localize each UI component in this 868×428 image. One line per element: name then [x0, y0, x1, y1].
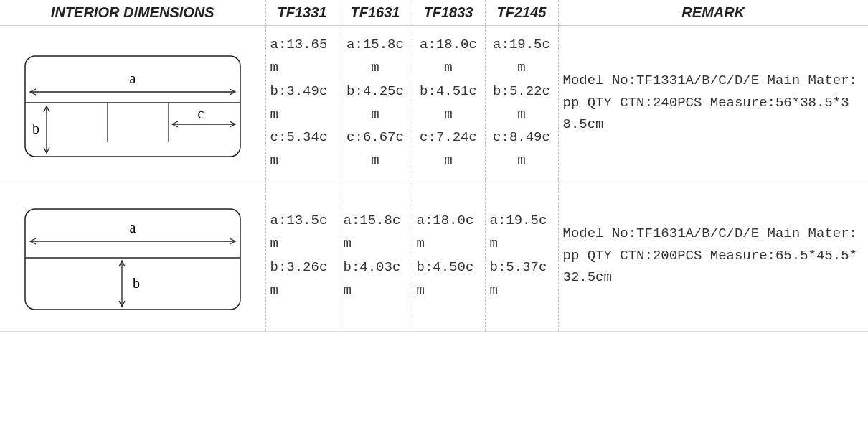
diagram-label-b: b — [133, 275, 140, 291]
cell-tf1833: a:18.0cm b:4.50cm — [412, 180, 485, 331]
diagram-cell-ab: a b — [0, 180, 265, 331]
diagram-label-a: a — [129, 220, 136, 236]
diagram-label-c: c — [197, 106, 204, 121]
header-tf1331: TF1331 — [265, 0, 339, 26]
header-interior-dimensions: INTERIOR DIMENSIONS — [0, 0, 265, 26]
header-tf2145: TF2145 — [485, 0, 558, 26]
cell-tf2145: a:19.5cm b:5.22cm c:8.49cm — [485, 26, 558, 180]
cell-remark: Model No:TF1631A/B/C/D/E Main Mater:pp Q… — [558, 180, 868, 331]
header-remark: REMARK — [558, 0, 868, 26]
cell-tf1631: a:15.8cm b:4.25cm c:6.67cm — [339, 26, 412, 180]
dimensions-table: INTERIOR DIMENSIONS TF1331 TF1631 TF1833… — [0, 0, 868, 332]
cell-remark: Model No:TF1331A/B/C/D/E Main Mater:pp Q… — [558, 26, 868, 180]
diagram-cell-abc: a b c — [0, 26, 265, 180]
table-row: a b c a:13.65m — [0, 26, 868, 180]
diagram-label-a: a — [129, 70, 136, 86]
header-tf1631: TF1631 — [339, 0, 412, 26]
cell-tf1331: a:13.65m b:3.49cm c:5.34cm — [265, 26, 339, 180]
cell-tf1631: a:15.8cm b:4.03cm — [339, 180, 412, 331]
cell-tf1331: a:13.5cm b:3.26cm — [265, 180, 339, 331]
interior-diagram-abc-icon: a b c — [14, 42, 251, 164]
diagram-label-b: b — [32, 121, 39, 136]
cell-tf1833: a:18.0cm b:4.51cm c:7.24cm — [412, 26, 485, 180]
header-tf1833: TF1833 — [412, 0, 485, 26]
cell-tf2145: a:19.5cm b:5.37cm — [485, 180, 558, 331]
table-row: a b a:13.5cm b:3.26cm a:15.8cm b:4.03cm … — [0, 180, 868, 331]
header-row: INTERIOR DIMENSIONS TF1331 TF1631 TF1833… — [0, 0, 868, 26]
interior-diagram-ab-icon: a b — [14, 195, 251, 317]
